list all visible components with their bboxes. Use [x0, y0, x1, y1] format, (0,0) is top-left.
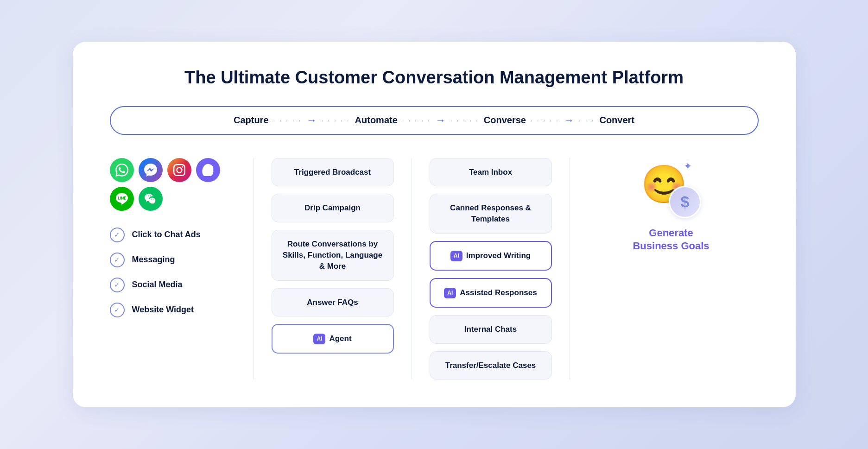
wechat-icon	[139, 187, 163, 211]
convert-graphic: 😊 $ ✦	[641, 158, 701, 218]
dollar-icon: $	[681, 193, 690, 211]
transfer-escalate-card[interactable]: Transfer/Escalate Cases	[430, 351, 552, 380]
dots-6: · · ·	[579, 117, 595, 124]
converse-column: Team Inbox Canned Responses & Templates …	[417, 158, 565, 380]
automate-column: Triggered Broadcast Drip Campaign Route …	[259, 158, 407, 354]
check-label-3: Social Media	[132, 280, 183, 290]
dots-5: · · · · ·	[531, 117, 559, 124]
triggered-broadcast-label: Triggered Broadcast	[294, 168, 371, 177]
answer-faqs-card[interactable]: Answer FAQs	[272, 288, 394, 317]
instagram-icon	[167, 158, 191, 182]
route-conversations-label: Route Conversations by Skills, Function,…	[283, 240, 382, 271]
check-circle-4: ✓	[110, 303, 125, 317]
page-title: The Ultimate Customer Conversation Manag…	[110, 68, 759, 88]
divider-2	[412, 158, 412, 380]
triggered-broadcast-card[interactable]: Triggered Broadcast	[272, 158, 394, 187]
ai-badge-writing: AI	[450, 251, 463, 261]
messenger-icon	[139, 158, 163, 182]
agent-label: Agent	[329, 334, 351, 343]
dots-4: · · · · ·	[450, 117, 479, 124]
convert-column: 😊 $ ✦ GenerateBusiness Goals	[575, 158, 759, 253]
arrow-3: →	[564, 114, 574, 126]
pipeline-automate: Automate	[355, 115, 398, 126]
ai-badge-agent: AI	[313, 334, 325, 344]
transfer-escalate-label: Transfer/Escalate Cases	[445, 361, 536, 370]
dollar-coin: $	[669, 186, 701, 218]
improved-writing-card[interactable]: AIImproved Writing	[430, 241, 552, 271]
internal-chats-label: Internal Chats	[464, 325, 517, 334]
arrow-1: →	[307, 114, 317, 126]
divider-3	[570, 158, 570, 380]
canned-responses-card[interactable]: Canned Responses & Templates	[430, 194, 552, 234]
canned-responses-label: Canned Responses & Templates	[450, 203, 531, 223]
arrow-2: →	[436, 114, 446, 126]
checklist: ✓ Click to Chat Ads ✓ Messaging ✓ Social…	[110, 228, 235, 317]
agent-card[interactable]: AIAgent	[272, 324, 394, 354]
content-area: ✓ Click to Chat Ads ✓ Messaging ✓ Social…	[110, 158, 759, 380]
generate-label: GenerateBusiness Goals	[633, 227, 709, 253]
check-circle-1: ✓	[110, 228, 125, 242]
pipeline-convert: Convert	[599, 115, 634, 126]
team-inbox-card[interactable]: Team Inbox	[430, 158, 552, 187]
whatsapp-icon	[110, 158, 134, 182]
drip-campaign-card[interactable]: Drip Campaign	[272, 194, 394, 222]
check-label-2: Messaging	[132, 255, 175, 265]
check-circle-3: ✓	[110, 278, 125, 292]
dots-2: · · · · ·	[322, 117, 350, 124]
route-conversations-card[interactable]: Route Conversations by Skills, Function,…	[272, 230, 394, 280]
check-circle-2: ✓	[110, 253, 125, 267]
line-icon	[110, 187, 134, 211]
divider-1	[253, 158, 254, 380]
internal-chats-card[interactable]: Internal Chats	[430, 315, 552, 344]
sparkle-icon: ✦	[684, 160, 692, 172]
pipeline-converse: Converse	[484, 115, 526, 126]
drip-campaign-label: Drip Campaign	[304, 203, 361, 212]
dots-1: · · · · ·	[273, 117, 302, 124]
ai-badge-assisted: AI	[444, 288, 456, 298]
main-card: The Ultimate Customer Conversation Manag…	[73, 42, 796, 408]
check-item-widget: ✓ Website Widget	[110, 303, 235, 317]
check-item-messaging: ✓ Messaging	[110, 253, 235, 267]
team-inbox-label: Team Inbox	[469, 168, 512, 177]
check-item-social: ✓ Social Media	[110, 278, 235, 292]
capture-column: ✓ Click to Chat Ads ✓ Messaging ✓ Social…	[110, 158, 249, 317]
pipeline-bar: Capture · · · · · → · · · · · Automate ·…	[110, 106, 759, 135]
check-label-4: Website Widget	[132, 305, 194, 315]
assisted-responses-card[interactable]: AIAssisted Responses	[430, 278, 552, 308]
assisted-responses-label: Assisted Responses	[460, 288, 537, 297]
platform-icons	[110, 158, 235, 211]
answer-faqs-label: Answer FAQs	[307, 298, 358, 307]
pipeline-capture: Capture	[234, 115, 269, 126]
dots-3: · · · · ·	[402, 117, 431, 124]
improved-writing-label: Improved Writing	[466, 251, 531, 260]
check-label-1: Click to Chat Ads	[132, 230, 201, 240]
check-item-click-to-chat: ✓ Click to Chat Ads	[110, 228, 235, 242]
viber-icon	[196, 158, 220, 182]
